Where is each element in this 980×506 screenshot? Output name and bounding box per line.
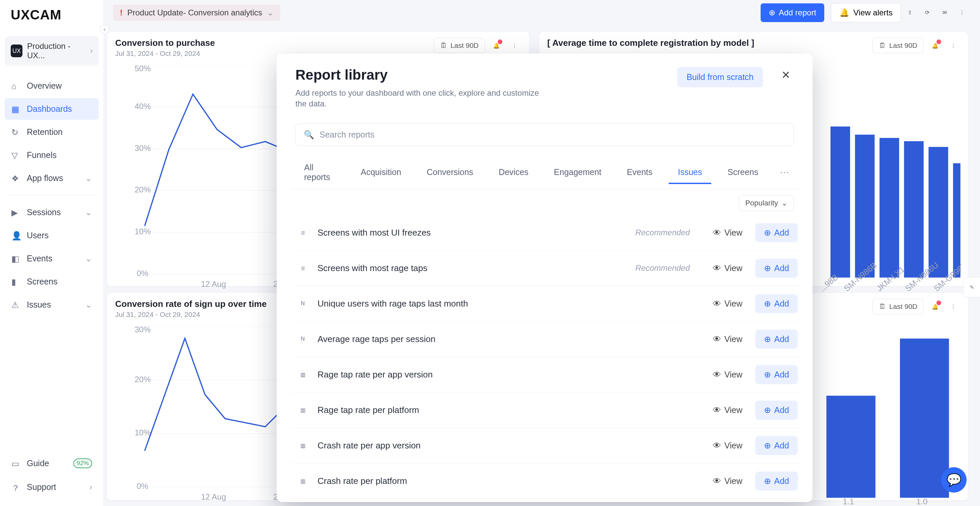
view-report-button[interactable]: 👁View xyxy=(708,295,747,312)
add-report-button[interactable]: ⊕Add xyxy=(755,471,798,491)
share-icon[interactable]: ⇪ xyxy=(901,4,918,21)
view-report-button[interactable]: 👁View xyxy=(708,438,747,454)
report-row[interactable]: NUnique users with rage taps last month👁… xyxy=(291,286,802,322)
add-label: Add xyxy=(774,299,789,309)
tab-all-reports[interactable]: All reports xyxy=(291,156,348,189)
add-report-button[interactable]: ⊕Add xyxy=(755,401,798,420)
tab-issues[interactable]: Issues xyxy=(665,161,715,184)
sidebar: UXCAM UX Production - UX... › ⌂ Overview… xyxy=(0,0,104,506)
add-report-button[interactable]: ⊕Add xyxy=(755,365,798,384)
view-report-button[interactable]: 👁View xyxy=(708,225,747,241)
svg-text:30%: 30% xyxy=(135,326,151,334)
add-report-button[interactable]: ⊕Add xyxy=(755,259,798,278)
sort-dropdown[interactable]: Popularity ⌄ xyxy=(739,195,794,211)
sidebar-item-label: Support xyxy=(27,482,56,492)
report-row[interactable]: ▥Rage tap rate per platform👁View⊕Add xyxy=(291,393,802,428)
project-switcher[interactable]: UX Production - UX... › xyxy=(5,36,99,66)
card-more-icon[interactable]: ⋮ xyxy=(947,300,960,313)
add-report-button[interactable]: ⊕Add xyxy=(755,223,798,242)
sidebar-item-retention[interactable]: ↻ Retention xyxy=(5,121,99,143)
add-report-button[interactable]: ⊕ Add report xyxy=(760,3,824,22)
report-title: Screens with most rage taps xyxy=(318,263,427,273)
sidebar-item-events[interactable]: ◧ Events ⌄ xyxy=(5,247,99,270)
tab-engagement[interactable]: Engagement xyxy=(541,161,614,184)
date-range-button[interactable]: 🗓 Last 90D xyxy=(872,299,924,314)
calendar-icon: 🗓 xyxy=(879,41,886,49)
sidebar-item-funnels[interactable]: ▽ Funnels xyxy=(5,144,99,166)
svg-rect-15 xyxy=(855,135,875,278)
tab-acquisition[interactable]: Acquisition xyxy=(348,161,414,184)
plus-circle-icon: ⊕ xyxy=(764,370,771,379)
view-report-button[interactable]: 👁View xyxy=(708,402,747,418)
add-report-button[interactable]: ⊕Add xyxy=(755,294,798,313)
sidebar-item-support[interactable]: ？ Support › xyxy=(5,476,99,498)
report-row[interactable]: NAverage rage taps per session👁View⊕Add xyxy=(291,322,802,357)
card-more-icon[interactable]: ⋮ xyxy=(508,39,521,52)
guide-progress-badge: 92% xyxy=(73,458,92,468)
project-name: Production - UX... xyxy=(27,41,85,60)
add-label: Add xyxy=(774,263,789,273)
events-icon: ◧ xyxy=(11,254,21,263)
report-row[interactable]: ≣Screens with most UI freezesRecommended… xyxy=(291,215,802,251)
view-report-button[interactable]: 👁View xyxy=(708,366,747,383)
more-icon[interactable]: ⋮ xyxy=(953,4,970,21)
drag-handle-icon[interactable]: ⋮⋮ xyxy=(111,300,124,308)
sidebar-item-guide[interactable]: ▭ Guide 92% xyxy=(5,452,99,474)
alert-bell-icon[interactable]: 🔔 xyxy=(490,39,503,52)
breadcrumb-title: Product Update- Conversion analytics xyxy=(127,8,262,17)
help-fab[interactable]: 💬 xyxy=(941,467,967,493)
sidebar-item-app-flows[interactable]: ❖ App flows ⌄ xyxy=(5,167,99,189)
chevron-down-icon: ⌄ xyxy=(267,8,274,17)
tab-devices[interactable]: Devices xyxy=(486,161,541,184)
view-label: View xyxy=(724,263,743,273)
report-list[interactable]: ≣Screens with most UI freezesRecommended… xyxy=(277,213,813,502)
tabs-overflow-icon[interactable]: ⋯ xyxy=(771,160,798,184)
sidebar-item-issues[interactable]: ⚠ Issues ⌄ xyxy=(5,294,99,316)
sidebar-item-sessions[interactable]: ▶ Sessions ⌄ xyxy=(5,201,99,223)
dashboard-switcher[interactable]: ! Product Update- Conversion analytics ⌄ xyxy=(113,5,280,21)
eye-icon: 👁 xyxy=(713,334,721,344)
issues-icon: ⚠ xyxy=(11,300,21,309)
add-report-button[interactable]: ⊕Add xyxy=(755,436,798,455)
tab-conversions[interactable]: Conversions xyxy=(414,161,486,184)
sidebar-item-label: Issues xyxy=(27,300,51,309)
view-report-button[interactable]: 👁View xyxy=(708,473,747,489)
report-row[interactable]: ≣Screens with most rage tapsRecommended👁… xyxy=(291,251,802,286)
report-row[interactable]: ▥Rage tap rate per app version👁View⊕Add xyxy=(291,357,802,393)
svg-text:12 Aug: 12 Aug xyxy=(201,279,226,289)
sidebar-item-overview[interactable]: ⌂ Overview xyxy=(5,75,99,97)
build-from-scratch-button[interactable]: Build from scratch xyxy=(677,67,763,87)
sidebar-item-label: Users xyxy=(27,231,49,240)
close-icon: ✕ xyxy=(781,68,791,81)
date-range-button[interactable]: 🗓 Last 90D xyxy=(872,38,924,53)
mail-icon[interactable]: ✉ xyxy=(936,4,953,21)
refresh-icon[interactable]: ⟳ xyxy=(918,4,936,21)
date-range-button[interactable]: 🗓 Last 90D xyxy=(434,38,485,53)
alert-bell-icon[interactable]: 🔔 xyxy=(928,39,942,52)
sidebar-item-users[interactable]: 👤 Users xyxy=(5,225,99,246)
sidebar-item-label: Funnels xyxy=(27,150,57,160)
report-row[interactable]: ≣Crash rate per device type👁View⊕Add xyxy=(291,499,802,502)
svg-text:10%: 10% xyxy=(135,227,151,236)
recommended-label: Recommended xyxy=(635,263,690,273)
search-input[interactable]: 🔍 Search reports xyxy=(295,124,794,146)
sidebar-item-dashboards[interactable]: ▦ Dashboards xyxy=(5,98,99,120)
tab-screens[interactable]: Screens xyxy=(715,161,771,184)
alert-bell-icon[interactable]: 🔔 xyxy=(928,300,942,313)
add-report-button[interactable]: ⊕Add xyxy=(755,330,798,349)
eye-icon: 👁 xyxy=(713,370,721,379)
plus-circle-icon: ⊕ xyxy=(764,476,771,486)
sidebar-item-screens[interactable]: ▮ Screens xyxy=(5,271,99,292)
view-alerts-button[interactable]: 🔔 View alerts xyxy=(831,3,901,22)
report-row[interactable]: ▥Crash rate per app version👁View⊕Add xyxy=(291,428,802,463)
edit-rail-handle[interactable]: ✎ xyxy=(963,277,980,297)
tab-events[interactable]: Events xyxy=(614,161,665,184)
drag-handle-icon[interactable]: ⋮⋮ xyxy=(111,39,124,47)
card-more-icon[interactable]: ⋮ xyxy=(947,39,960,52)
report-row[interactable]: ▥Crash rate per platform👁View⊕Add xyxy=(291,463,802,499)
drag-handle-icon[interactable]: ⋮⋮ xyxy=(542,39,556,47)
view-report-button[interactable]: 👁View xyxy=(708,260,747,276)
close-button[interactable]: ✕ xyxy=(778,67,794,83)
sidebar-item-label: App flows xyxy=(27,173,63,183)
view-report-button[interactable]: 👁View xyxy=(708,331,747,347)
